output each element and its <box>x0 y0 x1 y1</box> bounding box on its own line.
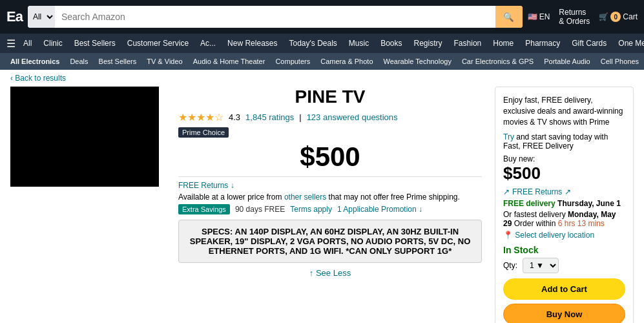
orders-label: & Orders <box>559 17 590 26</box>
fastest-delivery-label: Or fastest delivery <box>503 210 566 219</box>
prime-badge-row: Prime Choice <box>178 127 482 138</box>
delivery-date-primary: Thursday, June 1 <box>557 199 621 208</box>
extra-savings-badge: Extra Savings <box>178 204 230 214</box>
see-less-button[interactable]: ↑ See Less <box>309 268 351 278</box>
returns-label: Returns <box>559 8 590 17</box>
top-navigation: Ea All 🔍 🇺🇸 EN Returns & Orders 🛒 0 Cart <box>0 0 644 34</box>
time-remaining: 6 hrs 13 mins <box>558 219 605 228</box>
prime-description: Enjoy fast, FREE delivery, exclusive dea… <box>503 95 625 127</box>
other-sellers-link[interactable]: other sellers <box>284 193 326 202</box>
search-button[interactable]: 🔍 <box>495 6 523 28</box>
separator: | <box>299 112 301 122</box>
subnav-computers[interactable]: Computers <box>271 56 314 67</box>
subnav-best-sellers[interactable]: Best Sellers <box>95 56 141 67</box>
quantity-row: Qty: 1 ▼ <box>503 258 625 273</box>
ratings-count-link[interactable]: 1,845 ratings <box>245 112 294 122</box>
cart-link[interactable]: 🛒 0 Cart <box>599 12 638 22</box>
buy-now-button[interactable]: Buy Now <box>503 304 625 323</box>
nav-registry[interactable]: Registry <box>410 37 446 50</box>
prime-saving-text: and start saving today with Fast, FREE D… <box>503 132 608 151</box>
product-specs: SPECS: AN 140P DISPLAY, AN 60HZ DISPLAY,… <box>178 220 482 263</box>
delivery-info-fastest: Or fastest delivery Monday, May 29 Order… <box>503 210 625 228</box>
subnav-cell-phones[interactable]: Cell Phones <box>597 56 643 67</box>
free-delivery-label: FREE delivery <box>503 199 556 208</box>
buy-box-free-returns[interactable]: ↗ FREE Returns ↗ <box>503 187 625 196</box>
ratings-row: ★★★★☆ 4.3 1,845 ratings | 123 answered q… <box>178 111 482 123</box>
subnav-car-electronics[interactable]: Car Electronics & GPS <box>458 56 537 67</box>
language-code: EN <box>539 12 550 21</box>
divider-1 <box>178 176 482 177</box>
nav-new-releases[interactable]: New Releases <box>223 37 281 50</box>
amazon-logo[interactable]: Ea <box>6 8 23 25</box>
subnav-portable-audio[interactable]: Portable Audio <box>540 56 594 67</box>
promotions-link[interactable]: 1 Applicable Promotion ↓ <box>337 205 422 214</box>
see-less-row: ↑ See Less <box>178 268 482 278</box>
product-content: PINE TV ★★★★☆ 4.3 1,845 ratings | 123 an… <box>0 87 644 323</box>
badges-row: Extra Savings 90 days FREE Terms apply 1… <box>178 204 482 214</box>
nav-books[interactable]: Books <box>377 37 406 50</box>
search-input[interactable] <box>55 6 495 28</box>
cart-count: 0 <box>610 12 621 22</box>
nav-ac[interactable]: Ac... <box>196 37 220 50</box>
returns-orders-link[interactable]: Returns & Orders <box>559 8 590 26</box>
nav-todays-deals[interactable]: Today's Deals <box>285 37 340 50</box>
nav-one-medical[interactable]: One Medical <box>614 37 644 50</box>
hamburger-icon[interactable]: ☰ <box>6 37 16 50</box>
search-icon: 🔍 <box>503 12 514 22</box>
nav-gift-cards[interactable]: Gift Cards <box>568 37 610 50</box>
cart-label: Cart <box>623 12 638 21</box>
quantity-select[interactable]: 1 ▼ <box>523 258 559 273</box>
lower-price-notice: Available at a lower price from other se… <box>178 193 482 202</box>
product-title: PINE TV <box>178 87 482 107</box>
product-image-area <box>10 87 165 323</box>
free-returns-link[interactable]: FREE Returns ↓ <box>178 181 482 190</box>
subnav-audio[interactable]: Audio & Home Theater <box>189 56 269 67</box>
quantity-label: Qty: <box>503 261 517 270</box>
breadcrumb: ‹ Back to results <box>0 70 644 87</box>
in-stock-status: In Stock <box>503 245 625 255</box>
subnav-tv-video[interactable]: TV & Video <box>143 56 186 67</box>
location-pin-icon: 📍 <box>503 231 513 240</box>
delivery-info-primary: FREE delivery Thursday, June 1 <box>503 199 625 208</box>
search-category-select[interactable]: All <box>28 6 55 28</box>
logo-area[interactable]: Ea <box>6 8 23 25</box>
nav-fashion[interactable]: Fashion <box>450 37 486 50</box>
add-to-cart-button[interactable]: Add to Cart <box>503 278 625 300</box>
cart-icon: 🛒 <box>599 12 608 21</box>
prime-choice-badge: Prime Choice <box>178 127 229 138</box>
nav-all[interactable]: All <box>19 37 36 50</box>
select-delivery-link[interactable]: 📍 Select delivery location <box>503 231 625 240</box>
subnav-all-electronics[interactable]: All Electronics <box>6 56 63 67</box>
select-delivery-text: Select delivery location <box>515 231 594 240</box>
free-returns-text: FREE Returns ↗ <box>512 187 571 196</box>
shipping-text: that may not offer free Prime shipping. <box>329 193 460 202</box>
flag-icon: 🇺🇸 <box>528 12 537 21</box>
product-price: $500 <box>178 141 482 172</box>
buy-box-price: $500 <box>503 163 625 183</box>
rating-number: 4.3 <box>229 112 240 122</box>
qa-count-link[interactable]: 123 answered questions <box>307 112 398 122</box>
buy-box: Enjoy fast, FREE delivery, exclusive dea… <box>495 87 634 323</box>
subnav-deals[interactable]: Deals <box>66 56 92 67</box>
main-navigation: ☰ All Clinic Best Sellers Customer Servi… <box>0 34 644 53</box>
subnav-wearable[interactable]: Wearable Technology <box>380 56 455 67</box>
lower-price-text: Available at a lower price from <box>178 193 282 202</box>
sub-navigation: All Electronics Deals Best Sellers TV & … <box>0 53 644 70</box>
star-rating: ★★★★☆ <box>178 111 223 123</box>
back-to-results-link[interactable]: ‹ Back to results <box>10 74 66 83</box>
subnav-camera[interactable]: Camera & Photo <box>317 56 377 67</box>
nav-best-sellers[interactable]: Best Sellers <box>70 37 119 50</box>
buy-new-label: Buy new: <box>503 154 625 163</box>
terms-link[interactable]: Terms apply <box>290 205 332 214</box>
nav-home[interactable]: Home <box>489 37 517 50</box>
search-bar-container: All 🔍 <box>28 6 523 28</box>
nav-music[interactable]: Music <box>345 37 373 50</box>
nav-pharmacy[interactable]: Pharmacy <box>521 37 564 50</box>
order-by-text: Order within <box>514 219 556 228</box>
top-nav-right: 🇺🇸 EN Returns & Orders 🛒 0 Cart <box>528 8 638 26</box>
prime-try-link[interactable]: Try <box>503 132 514 141</box>
language-selector[interactable]: 🇺🇸 EN <box>528 12 550 21</box>
nav-clinic[interactable]: Clinic <box>39 37 66 50</box>
nav-customer-service[interactable]: Customer Service <box>123 37 192 50</box>
product-image[interactable] <box>10 87 159 187</box>
